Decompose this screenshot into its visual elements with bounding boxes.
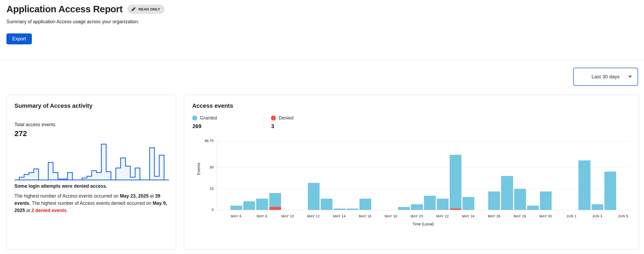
access-events-chart: Events 0153048.75 Time (Local) MAY 6MAY … (192, 141, 631, 229)
bar-may-12 (308, 183, 320, 210)
legend-item-granted: Granted 269 (192, 115, 264, 129)
bar-granted-segment (347, 209, 358, 210)
bar-may-26 (488, 191, 500, 210)
access-events-title: Access events (192, 102, 631, 109)
peak-date: May 23, 2025 (120, 193, 149, 199)
page-subtitle: Summary of application Access usage acro… (6, 19, 638, 25)
bar-may-29 (527, 206, 539, 210)
total-events-label: Total access events (14, 122, 168, 128)
x-tick-label: MAY 28 (514, 214, 526, 218)
granted-value: 269 (192, 123, 264, 129)
bar-may-21 (424, 196, 436, 210)
date-range-select[interactable]: Last 30 days (573, 68, 638, 86)
x-tick-label: MAY 14 (333, 214, 346, 218)
denied-dot-icon (271, 116, 276, 121)
bar-granted-segment (578, 160, 590, 210)
bar-granted-segment (514, 189, 526, 210)
page-title: Application Access Report (6, 4, 123, 14)
granted-label: Granted (200, 115, 217, 121)
x-axis-title: Time (Local) (412, 222, 434, 226)
bar-may-15 (347, 209, 358, 210)
bar-granted-segment (411, 204, 423, 210)
x-tick-label: MAY 30 (539, 214, 552, 218)
x-tick-label: MAY 26 (488, 214, 501, 218)
bar-may-9 (269, 193, 281, 210)
bar-granted-segment (501, 176, 513, 210)
x-tick-label: MAY 6 (231, 214, 241, 218)
bar-plot (217, 141, 630, 210)
denied-count-text: 2 denied events (31, 208, 66, 213)
page-header: Application Access Report READ ONLY Summ… (0, 0, 644, 25)
bar-may-19 (398, 207, 410, 210)
bar-granted-segment (527, 206, 539, 210)
bar-granted-segment (230, 206, 242, 210)
bar-jun-3 (592, 204, 603, 210)
header-divider (0, 59, 644, 60)
x-tick-label: MAY 12 (307, 214, 320, 218)
chart-legend: Granted 269 Denied 3 (192, 115, 631, 129)
y-tick-label: 30 (197, 165, 214, 169)
bar-denied-segment (269, 207, 281, 210)
x-tick-label: MAY 18 (385, 214, 397, 218)
x-tick-label: MAY 20 (410, 214, 423, 218)
activity-sparkline (14, 143, 169, 180)
gridline (217, 167, 630, 168)
export-button[interactable]: Export (6, 33, 32, 44)
bar-may-28 (514, 189, 526, 210)
bar-may-23 (450, 155, 461, 210)
bar-granted-segment (540, 191, 552, 210)
bar-may-24 (463, 197, 474, 210)
bar-granted-segment (437, 199, 449, 210)
bar-granted-segment (424, 196, 436, 210)
total-events-value: 272 (14, 129, 168, 138)
x-axis-ticks: Time (Local) MAY 6MAY 8MAY 10MAY 12MAY 1… (217, 210, 630, 226)
bar-granted-segment (488, 191, 500, 210)
x-tick-label: JUN 5 (618, 214, 628, 218)
read-only-badge-label: READ ONLY (138, 7, 160, 11)
bar-granted-segment (269, 193, 281, 207)
denied-label: Denied (279, 115, 293, 121)
bar-granted-segment (308, 183, 320, 210)
bar-may-16 (359, 199, 371, 210)
bar-may-30 (540, 191, 552, 210)
y-tick-label: 48.75 (197, 139, 214, 143)
x-tick-label: MAY 16 (359, 214, 372, 218)
x-tick-label: MAY 10 (282, 214, 294, 218)
bar-may-20 (411, 204, 423, 210)
bar-granted-segment (256, 199, 268, 210)
bar-may-27 (501, 176, 513, 210)
bar-granted-segment (604, 172, 616, 210)
x-tick-label: MAY 8 (257, 214, 267, 218)
gridline (217, 141, 630, 141)
summary-card-title: Summary of Access activity (14, 102, 168, 109)
bar-granted-segment (592, 204, 603, 210)
read-only-badge: READ ONLY (127, 5, 165, 14)
y-axis-ticks: 0153048.75 (192, 141, 217, 210)
granted-dot-icon (192, 116, 197, 121)
bar-may-7 (243, 201, 255, 210)
x-tick-label: MAY 22 (436, 214, 449, 218)
bar-granted-segment (450, 155, 461, 209)
legend-item-denied: Denied 3 (264, 115, 293, 129)
access-events-card: Access events Granted 269 Denied 3 Event… (184, 95, 639, 249)
bar-granted-segment (334, 209, 345, 210)
y-tick-label: 0 (197, 208, 214, 212)
gridline (217, 189, 630, 189)
summary-paragraph: The highest number of Access events occu… (14, 193, 168, 214)
summary-card: Summary of Access activity Total access … (6, 95, 176, 249)
bar-granted-segment (243, 201, 255, 210)
x-tick-label: JUN 1 (566, 214, 577, 218)
bar-granted-segment (398, 207, 410, 210)
bar-may-6 (230, 206, 242, 210)
bar-jun-2 (578, 160, 590, 210)
bar-jun-4 (604, 172, 616, 210)
denied-highlight-text: Some login attempts were denied access. (14, 183, 168, 189)
x-tick-label: JUN 3 (592, 214, 603, 218)
bar-may-13 (321, 199, 332, 210)
y-tick-label: 15 (197, 187, 214, 191)
bar-may-14 (334, 209, 345, 210)
date-range-value: Last 30 days (592, 74, 620, 80)
bar-denied-segment (450, 209, 461, 210)
chevron-down-icon (628, 74, 632, 79)
bar-granted-segment (359, 199, 371, 210)
